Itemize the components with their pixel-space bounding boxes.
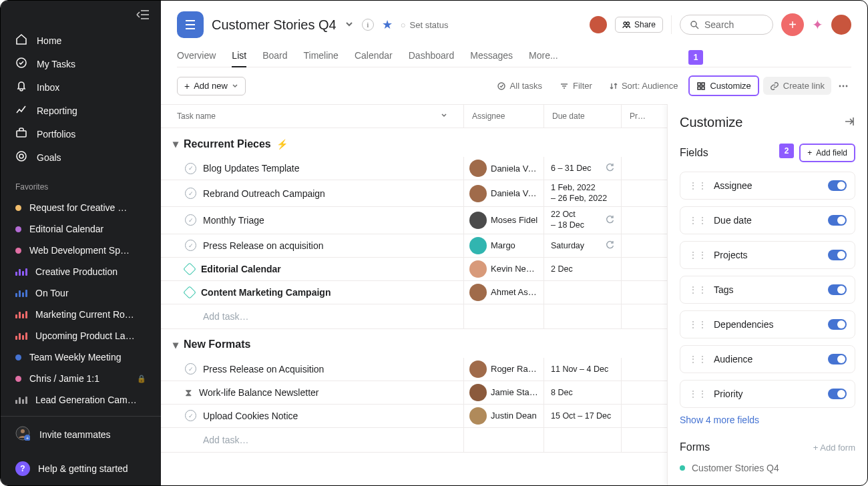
field-toggle[interactable] [828, 319, 847, 330]
drag-handle-icon[interactable]: ⋮⋮ [688, 354, 707, 364]
sidebar-favorite[interactable]: Editorial Calendar [1, 218, 161, 240]
add-field-button[interactable]: + Add field [799, 144, 855, 162]
field-toggle[interactable] [828, 284, 847, 295]
help-icon: ? [15, 461, 30, 476]
close-panel-button[interactable] [843, 115, 855, 130]
field-card[interactable]: ⋮⋮Tags [680, 276, 855, 304]
col-assignee[interactable]: Assignee [464, 105, 544, 128]
celebrate-icon[interactable]: ✦ [812, 17, 823, 33]
help-getting-started[interactable]: ? Help & getting started [1, 452, 161, 485]
drag-handle-icon[interactable]: ⋮⋮ [688, 250, 707, 260]
sidebar-favorite[interactable]: On Tour [1, 282, 161, 304]
add-form-button[interactable]: + Add form [813, 443, 855, 453]
chevron-down-icon[interactable] [441, 111, 447, 121]
chevron-down-icon[interactable] [345, 19, 354, 31]
sidebar-nav-inbox[interactable]: Inbox [1, 75, 161, 99]
drag-handle-icon[interactable]: ⋮⋮ [688, 319, 707, 330]
complete-task-button[interactable] [185, 188, 196, 199]
sidebar-favorite[interactable]: Request for Creative … [1, 197, 161, 218]
form-item[interactable]: Customer Stories Q4 [680, 463, 855, 473]
set-status-button[interactable]: Set status [401, 20, 449, 30]
field-toggle[interactable] [828, 250, 847, 260]
col-due-date[interactable]: Due date [544, 105, 622, 128]
complete-task-button[interactable] [185, 363, 196, 375]
tab-calendar[interactable]: Calendar [355, 45, 393, 67]
sort-button[interactable]: Sort: Audience [603, 77, 685, 95]
star-icon[interactable]: ★ [382, 17, 393, 32]
task-row[interactable]: Press Release on acquisition Margo Satur… [161, 234, 667, 258]
sidebar-nav-my-tasks[interactable]: My Tasks [1, 52, 161, 75]
col-projects[interactable]: Pr… [622, 105, 667, 128]
tab-more[interactable]: More... [529, 45, 558, 67]
all-tasks-button[interactable]: All tasks [490, 77, 549, 95]
task-row[interactable]: Press Release on Acquisition Roger Ray… … [161, 358, 667, 381]
task-row[interactable]: Upload Cookies Notice Justin Dean 15 Oct… [161, 405, 667, 428]
sidebar-favorite[interactable]: Chris / Jamie 1:1🔒 [1, 368, 161, 389]
drag-handle-icon[interactable]: ⋮⋮ [688, 215, 707, 226]
field-toggle[interactable] [828, 180, 847, 191]
section-header[interactable]: ▾Recurrent Pieces⚡ [161, 128, 667, 157]
customize-button[interactable]: Customize [688, 75, 758, 96]
tab-list[interactable]: List [232, 45, 246, 67]
caret-down-icon[interactable]: ▾ [173, 338, 178, 351]
field-card[interactable]: ⋮⋮Priority [680, 380, 855, 408]
sidebar-nav-portfolios[interactable]: Portfolios [1, 122, 161, 146]
task-row[interactable]: Monthly Triage Moses Fidel 22 Oct– 18 De… [161, 207, 667, 234]
complete-task-button[interactable] [185, 240, 196, 251]
create-link-button[interactable]: Create link [763, 77, 831, 95]
invite-teammates[interactable]: + Invite teammates [1, 417, 161, 452]
sidebar-favorite[interactable]: Lead Generation Cam… [1, 389, 161, 411]
svg-point-15 [626, 22, 629, 25]
user-avatar[interactable] [831, 15, 851, 35]
task-row[interactable]: Content Marketing Campaign Ahmet Aslan [161, 281, 667, 304]
more-actions-button[interactable] [835, 77, 851, 95]
field-card[interactable]: ⋮⋮Dependencies [680, 310, 855, 338]
drag-handle-icon[interactable]: ⋮⋮ [688, 389, 707, 399]
task-row[interactable]: Rebrand Outreach Campaign Daniela Var… 1… [161, 180, 667, 207]
drag-handle-icon[interactable]: ⋮⋮ [688, 180, 707, 191]
tab-dashboard[interactable]: Dashboard [409, 45, 455, 67]
field-card[interactable]: ⋮⋮Audience [680, 345, 855, 373]
section-header[interactable]: ▾New Formats [161, 329, 667, 358]
sidebar-favorite[interactable]: Marketing Current Ro… [1, 304, 161, 325]
caret-down-icon[interactable]: ▾ [173, 138, 178, 150]
add-task-input[interactable]: Add task… [185, 310, 248, 323]
dashboard-icon [15, 396, 27, 404]
sidebar-nav-reporting[interactable]: Reporting [1, 99, 161, 122]
search-input[interactable]: Search [680, 15, 773, 35]
task-row[interactable]: ⧗Work-life Balance Newsletter Jamie Stap… [161, 381, 667, 405]
due-date-text: 1 Feb, 2022– 26 Feb, 2022 [551, 183, 607, 204]
drag-handle-icon[interactable]: ⋮⋮ [688, 284, 707, 295]
sidebar-nav-home[interactable]: Home [1, 29, 161, 52]
field-card[interactable]: ⋮⋮Assignee [680, 172, 855, 200]
sidebar-favorite[interactable]: Team Weekly Meeting [1, 346, 161, 368]
sidebar-favorite[interactable]: Creative Production [1, 261, 161, 282]
complete-task-button[interactable] [185, 163, 196, 174]
sidebar-favorite[interactable]: Upcoming Product La… [1, 325, 161, 346]
task-row[interactable]: Blog Updates Template Daniela Var… 6 – 3… [161, 157, 667, 180]
field-toggle[interactable] [828, 354, 847, 364]
add-new-button[interactable]: + Add new [177, 77, 246, 95]
tab-board[interactable]: Board [262, 45, 287, 67]
field-toggle[interactable] [828, 215, 847, 226]
tab-messages[interactable]: Messages [470, 45, 513, 67]
show-more-fields[interactable]: Show 4 more fields [680, 415, 855, 425]
global-add-button[interactable]: + [781, 13, 804, 36]
filter-button[interactable]: Filter [553, 77, 599, 95]
share-button[interactable]: Share [615, 17, 663, 33]
collapse-sidebar-button[interactable] [1, 1, 161, 26]
field-card[interactable]: ⋮⋮Due date [680, 206, 855, 234]
add-task-input[interactable]: Add task… [185, 433, 248, 447]
sidebar-favorite[interactable]: Web Development Sp… [1, 240, 161, 261]
project-icon[interactable] [177, 11, 204, 38]
task-row[interactable]: Editorial Calendar Kevin New… 2 Dec [161, 258, 667, 281]
tab-overview[interactable]: Overview [177, 45, 216, 67]
field-toggle[interactable] [828, 389, 847, 399]
avatar[interactable] [590, 16, 607, 33]
info-icon[interactable]: i [362, 19, 374, 31]
field-card[interactable]: ⋮⋮Projects [680, 241, 855, 269]
tab-timeline[interactable]: Timeline [304, 45, 339, 67]
sidebar-nav-goals[interactable]: Goals [1, 146, 161, 169]
complete-task-button[interactable] [185, 214, 196, 226]
complete-task-button[interactable] [185, 410, 196, 421]
